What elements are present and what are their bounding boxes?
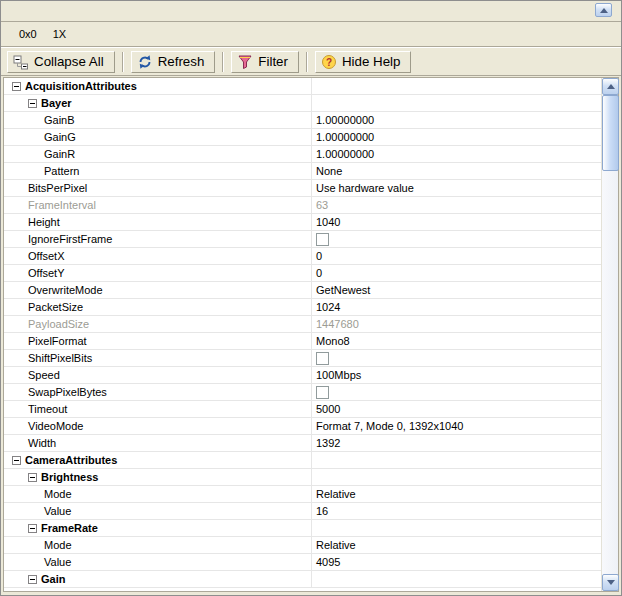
collapse-expand-icon[interactable] — [12, 456, 21, 465]
property-name-cell[interactable]: BitsPerPixel — [4, 180, 312, 196]
property-row[interactable]: Brightness — [4, 469, 601, 486]
scrollbar-up-button[interactable] — [602, 78, 619, 95]
property-value-cell[interactable]: 1.00000000 — [312, 146, 601, 162]
property-row[interactable]: PayloadSize 1447680 — [4, 316, 601, 333]
property-value-cell[interactable]: 1.00000000 — [312, 112, 601, 128]
property-value-cell[interactable]: 5000 — [312, 401, 601, 417]
collapse-expand-icon[interactable] — [28, 575, 37, 584]
property-row[interactable]: Timeout 5000 — [4, 401, 601, 418]
property-name-cell[interactable]: OffsetY — [4, 265, 312, 281]
property-value-cell[interactable]: Mono8 — [312, 333, 601, 349]
property-row[interactable]: Mode Relative — [4, 537, 601, 554]
scroll-up-button[interactable] — [595, 3, 612, 17]
property-name-cell[interactable]: VideoMode — [4, 418, 312, 434]
property-value-cell[interactable]: Relative — [312, 537, 601, 553]
property-row[interactable]: OverwriteMode GetNewest — [4, 282, 601, 299]
property-name-cell[interactable]: OffsetX — [4, 248, 312, 264]
property-name-cell[interactable]: SwapPixelBytes — [4, 384, 312, 400]
property-row[interactable]: PacketSize 1024 — [4, 299, 601, 316]
property-name-cell[interactable]: Mode — [4, 537, 312, 553]
property-value-cell[interactable]: 0 — [312, 248, 601, 264]
property-value-cell[interactable]: 1.00000000 — [312, 129, 601, 145]
property-row[interactable]: Height 1040 — [4, 214, 601, 231]
property-row[interactable]: FrameInterval 63 — [4, 197, 601, 214]
scrollbar-down-button[interactable] — [602, 574, 619, 591]
property-name-cell[interactable]: GainG — [4, 129, 312, 145]
checkbox[interactable] — [316, 352, 329, 365]
property-value-cell[interactable]: 4095 — [312, 554, 601, 570]
collapse-all-button[interactable]: Collapse All — [7, 51, 115, 73]
property-name-cell[interactable]: Timeout — [4, 401, 312, 417]
property-name-cell[interactable]: IgnoreFirstFrame — [4, 231, 312, 247]
checkbox[interactable] — [316, 386, 329, 399]
property-value-cell[interactable] — [312, 452, 601, 468]
property-row[interactable]: ShiftPixelBits — [4, 350, 601, 367]
property-value-cell[interactable]: GetNewest — [312, 282, 601, 298]
property-row[interactable]: GainG 1.00000000 — [4, 129, 601, 146]
property-value-cell[interactable] — [312, 95, 601, 111]
property-name-cell[interactable]: FrameInterval — [4, 197, 312, 213]
property-name-cell[interactable]: FrameRate — [4, 520, 312, 536]
property-value-cell[interactable]: 63 — [312, 197, 601, 213]
property-row[interactable]: OffsetY 0 — [4, 265, 601, 282]
property-name-cell[interactable]: Mode — [4, 486, 312, 502]
property-value-cell[interactable]: 1447680 — [312, 316, 601, 332]
property-name-cell[interactable]: ShiftPixelBits — [4, 350, 312, 366]
property-value-cell[interactable]: Format 7, Mode 0, 1392x1040 — [312, 418, 601, 434]
property-row[interactable]: BitsPerPixel Use hardware value — [4, 180, 601, 197]
property-name-cell[interactable]: Width — [4, 435, 312, 451]
property-value-cell[interactable]: 1024 — [312, 299, 601, 315]
property-name-cell[interactable]: Height — [4, 214, 312, 230]
property-row[interactable]: SwapPixelBytes — [4, 384, 601, 401]
property-row[interactable]: CameraAttributes — [4, 452, 601, 469]
property-value-cell[interactable] — [312, 350, 601, 366]
property-value-cell[interactable]: 0 — [312, 265, 601, 281]
collapse-expand-icon[interactable] — [28, 99, 37, 108]
property-name-cell[interactable]: Bayer — [4, 95, 312, 111]
property-value-cell[interactable]: None — [312, 163, 601, 179]
property-row[interactable]: Pattern None — [4, 163, 601, 180]
property-row[interactable]: VideoMode Format 7, Mode 0, 1392x1040 — [4, 418, 601, 435]
property-name-cell[interactable]: PacketSize — [4, 299, 312, 315]
property-name-cell[interactable]: PixelFormat — [4, 333, 312, 349]
collapse-expand-icon[interactable] — [28, 473, 37, 482]
property-row[interactable]: Speed 100Mbps — [4, 367, 601, 384]
property-value-cell[interactable] — [312, 469, 601, 485]
property-row[interactable]: FrameRate — [4, 520, 601, 537]
property-value-cell[interactable] — [312, 384, 601, 400]
collapse-expand-icon[interactable] — [12, 82, 21, 91]
property-row[interactable]: OffsetX 0 — [4, 248, 601, 265]
property-row[interactable]: PixelFormat Mono8 — [4, 333, 601, 350]
property-value-cell[interactable] — [312, 520, 601, 536]
property-name-cell[interactable]: CameraAttributes — [4, 452, 312, 468]
property-name-cell[interactable]: Speed — [4, 367, 312, 383]
property-row[interactable]: IgnoreFirstFrame — [4, 231, 601, 248]
property-value-cell[interactable]: 100Mbps — [312, 367, 601, 383]
property-name-cell[interactable]: GainR — [4, 146, 312, 162]
property-name-cell[interactable]: GainB — [4, 112, 312, 128]
property-value-cell[interactable]: Relative — [312, 486, 601, 502]
property-value-cell[interactable] — [312, 571, 601, 587]
property-value-cell[interactable]: 1392 — [312, 435, 601, 451]
property-name-cell[interactable]: Brightness — [4, 469, 312, 485]
hide-help-button[interactable]: ? Hide Help — [315, 51, 412, 73]
property-row[interactable]: Value 16 — [4, 503, 601, 520]
filter-button[interactable]: Filter — [231, 51, 299, 73]
property-row[interactable]: AcquisitionAttributes — [4, 78, 601, 95]
collapse-expand-icon[interactable] — [28, 524, 37, 533]
vertical-scrollbar[interactable] — [601, 78, 618, 591]
property-name-cell[interactable]: Value — [4, 503, 312, 519]
property-value-cell[interactable]: 1040 — [312, 214, 601, 230]
property-row[interactable]: Width 1392 — [4, 435, 601, 452]
property-row[interactable]: Value 4095 — [4, 554, 601, 571]
property-name-cell[interactable]: PayloadSize — [4, 316, 312, 332]
property-row[interactable]: Mode Relative — [4, 486, 601, 503]
property-row[interactable]: GainB 1.00000000 — [4, 112, 601, 129]
property-name-cell[interactable]: Pattern — [4, 163, 312, 179]
property-name-cell[interactable]: AcquisitionAttributes — [4, 78, 312, 94]
property-row[interactable]: GainR 1.00000000 — [4, 146, 601, 163]
property-name-cell[interactable]: OverwriteMode — [4, 282, 312, 298]
property-name-cell[interactable]: Value — [4, 554, 312, 570]
property-value-cell[interactable]: Use hardware value — [312, 180, 601, 196]
refresh-button[interactable]: Refresh — [131, 51, 216, 73]
